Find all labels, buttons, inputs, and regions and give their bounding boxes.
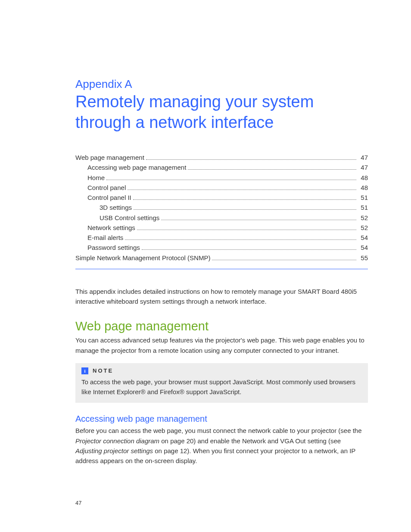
table-of-contents: Web page management47Accessing web page … bbox=[75, 152, 368, 269]
toc-leader bbox=[133, 196, 357, 200]
toc-page: 47 bbox=[358, 162, 368, 172]
subsection-body: Before you can access the web page, you … bbox=[75, 426, 368, 466]
toc-leader bbox=[106, 176, 356, 180]
toc-item[interactable]: USB Control settings52 bbox=[75, 213, 368, 223]
toc-item[interactable]: Control panel48 bbox=[75, 183, 368, 193]
toc-item[interactable]: E-mail alerts54 bbox=[75, 233, 368, 243]
toc-item[interactable]: Accessing web page management47 bbox=[75, 162, 368, 172]
toc-item[interactable]: Home48 bbox=[75, 173, 368, 183]
toc-label: Network settings bbox=[87, 223, 135, 233]
appendix-label: Appendix A bbox=[75, 78, 368, 91]
page-number: 47 bbox=[75, 500, 81, 506]
toc-leader bbox=[146, 156, 356, 160]
toc-item[interactable]: 3D settings51 bbox=[75, 202, 368, 212]
toc-label: Home bbox=[87, 173, 105, 183]
toc-label: Accessing web page management bbox=[87, 162, 186, 172]
toc-page: 48 bbox=[358, 183, 368, 193]
toc-leader bbox=[137, 226, 356, 230]
toc-label: 3D settings bbox=[100, 202, 132, 212]
note-box: i NOTE To access the web page, your brow… bbox=[75, 363, 368, 403]
intro-paragraph: This appendix includes detailed instruct… bbox=[75, 286, 368, 307]
italic-ref-1: Projector connection diagram bbox=[75, 437, 159, 445]
section-body: You can access advanced setup features v… bbox=[75, 335, 368, 355]
text-part: on page 20) and enable the Network and V… bbox=[159, 437, 341, 445]
toc-item[interactable]: Control panel II51 bbox=[75, 193, 368, 202]
toc-page: 55 bbox=[358, 253, 368, 263]
toc-label: E-mail alerts bbox=[87, 233, 123, 243]
toc-leader bbox=[125, 236, 356, 240]
note-header: i NOTE bbox=[81, 367, 362, 374]
subsection-heading-accessing: Accessing web page management bbox=[75, 414, 368, 424]
toc-page: 51 bbox=[358, 202, 368, 212]
toc-page: 54 bbox=[358, 233, 368, 243]
toc-item[interactable]: Simple Network Management Protocol (SNMP… bbox=[75, 253, 368, 263]
toc-label: Control panel bbox=[87, 183, 126, 193]
note-body: To access the web page, your browser mus… bbox=[81, 377, 362, 397]
toc-page: 48 bbox=[358, 173, 368, 183]
toc-page: 51 bbox=[358, 193, 368, 202]
toc-label: Password settings bbox=[87, 243, 140, 252]
toc-item[interactable]: Web page management47 bbox=[75, 152, 368, 162]
toc-label: Control panel II bbox=[87, 193, 131, 202]
section-heading-web-page-management: Web page management bbox=[75, 319, 368, 333]
note-label: NOTE bbox=[93, 367, 113, 374]
toc-page: 47 bbox=[358, 152, 368, 162]
toc-page: 52 bbox=[358, 223, 368, 233]
toc-leader bbox=[142, 246, 357, 250]
text-part: Before you can access the web page, you … bbox=[75, 427, 362, 434]
toc-item[interactable]: Network settings52 bbox=[75, 223, 368, 233]
toc-leader bbox=[212, 256, 356, 260]
toc-leader bbox=[134, 206, 356, 210]
toc-label: Web page management bbox=[75, 152, 144, 162]
toc-leader bbox=[161, 216, 356, 220]
info-icon: i bbox=[81, 367, 88, 374]
toc-label: Simple Network Management Protocol (SNMP… bbox=[75, 253, 210, 263]
toc-label: USB Control settings bbox=[100, 213, 159, 223]
appendix-title: Remotely managing your system through a … bbox=[75, 92, 368, 133]
toc-leader bbox=[128, 186, 356, 190]
page-container: Appendix A Remotely managing your system… bbox=[0, 0, 411, 532]
toc-leader bbox=[188, 166, 356, 170]
toc-item[interactable]: Password settings54 bbox=[75, 243, 368, 252]
toc-page: 54 bbox=[358, 243, 368, 252]
italic-ref-2: Adjusting projector settings bbox=[75, 447, 153, 454]
toc-page: 52 bbox=[358, 213, 368, 223]
